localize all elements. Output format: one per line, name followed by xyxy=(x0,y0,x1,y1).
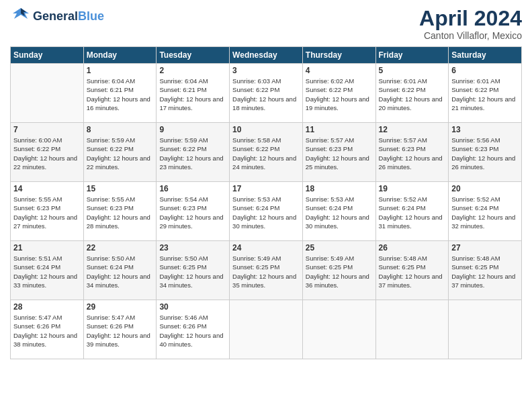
day-info: Sunrise: 5:58 AM Sunset: 6:22 PM Dayligh… xyxy=(232,136,300,171)
calendar-cell: 30 Sunrise: 5:46 AM Sunset: 6:26 PM Dayl… xyxy=(157,300,230,359)
day-info: Sunrise: 5:48 AM Sunset: 6:25 PM Dayligh… xyxy=(451,254,519,289)
day-number: 20 xyxy=(451,184,519,193)
header: GeneralBlue April 2024 Canton Villaflor,… xyxy=(10,7,522,41)
calendar-cell: 12 Sunrise: 5:57 AM Sunset: 6:23 PM Dayl… xyxy=(375,123,449,182)
col-friday: Friday xyxy=(375,47,449,64)
calendar-cell xyxy=(11,64,84,123)
day-info: Sunrise: 5:46 AM Sunset: 6:26 PM Dayligh… xyxy=(159,313,226,349)
day-info: Sunrise: 5:59 AM Sunset: 6:22 PM Dayligh… xyxy=(159,136,226,171)
calendar-cell: 5 Sunrise: 6:01 AM Sunset: 6:22 PM Dayli… xyxy=(375,64,449,123)
day-number: 24 xyxy=(232,243,300,253)
day-info: Sunrise: 5:52 AM Sunset: 6:24 PM Dayligh… xyxy=(379,195,446,230)
day-info: Sunrise: 6:00 AM Sunset: 6:22 PM Dayligh… xyxy=(13,136,81,171)
day-number: 15 xyxy=(87,184,154,193)
day-number: 19 xyxy=(379,184,446,193)
day-number: 26 xyxy=(379,243,446,253)
calendar-cell: 2 Sunrise: 6:04 AM Sunset: 6:21 PM Dayli… xyxy=(157,64,230,123)
day-number: 25 xyxy=(306,243,373,253)
day-number: 7 xyxy=(13,125,81,134)
calendar-cell xyxy=(230,300,303,359)
logo-text-blue: Blue xyxy=(78,9,104,23)
day-number: 10 xyxy=(232,125,300,134)
day-number: 16 xyxy=(159,184,226,193)
calendar-week-row: 1 Sunrise: 6:04 AM Sunset: 6:21 PM Dayli… xyxy=(11,64,522,123)
calendar-cell: 17 Sunrise: 5:53 AM Sunset: 6:24 PM Dayl… xyxy=(230,182,303,241)
day-number: 6 xyxy=(451,66,519,75)
day-number: 3 xyxy=(232,66,300,75)
day-info: Sunrise: 5:57 AM Sunset: 6:23 PM Dayligh… xyxy=(379,136,446,171)
title-block: April 2024 Canton Villaflor, Mexico xyxy=(419,7,522,41)
day-number: 27 xyxy=(451,243,519,253)
day-info: Sunrise: 6:01 AM Sunset: 6:22 PM Dayligh… xyxy=(379,77,446,112)
col-monday: Monday xyxy=(83,47,157,64)
day-info: Sunrise: 5:48 AM Sunset: 6:25 PM Dayligh… xyxy=(379,254,446,289)
day-number: 28 xyxy=(13,302,81,312)
calendar-cell: 21 Sunrise: 5:51 AM Sunset: 6:24 PM Dayl… xyxy=(11,241,84,300)
calendar-cell: 27 Sunrise: 5:48 AM Sunset: 6:25 PM Dayl… xyxy=(449,241,522,300)
col-saturday: Saturday xyxy=(449,47,522,64)
calendar-cell: 1 Sunrise: 6:04 AM Sunset: 6:21 PM Dayli… xyxy=(83,64,157,123)
day-number: 11 xyxy=(306,125,373,134)
day-info: Sunrise: 5:49 AM Sunset: 6:25 PM Dayligh… xyxy=(306,254,373,289)
location-subtitle: Canton Villaflor, Mexico xyxy=(419,30,522,41)
day-info: Sunrise: 6:03 AM Sunset: 6:22 PM Dayligh… xyxy=(232,77,300,112)
calendar-cell: 24 Sunrise: 5:49 AM Sunset: 6:25 PM Dayl… xyxy=(230,241,303,300)
day-number: 30 xyxy=(159,302,226,312)
day-info: Sunrise: 5:49 AM Sunset: 6:25 PM Dayligh… xyxy=(232,254,300,289)
day-info: Sunrise: 6:04 AM Sunset: 6:21 PM Dayligh… xyxy=(159,77,226,112)
calendar-cell: 16 Sunrise: 5:54 AM Sunset: 6:23 PM Dayl… xyxy=(157,182,230,241)
col-tuesday: Tuesday xyxy=(157,47,230,64)
calendar-cell: 10 Sunrise: 5:58 AM Sunset: 6:22 PM Dayl… xyxy=(230,123,303,182)
calendar-cell: 6 Sunrise: 6:01 AM Sunset: 6:22 PM Dayli… xyxy=(449,64,522,123)
calendar-cell: 29 Sunrise: 5:47 AM Sunset: 6:26 PM Dayl… xyxy=(83,300,157,359)
logo: GeneralBlue xyxy=(10,7,104,26)
col-wednesday: Wednesday xyxy=(230,47,303,64)
day-number: 22 xyxy=(87,243,154,253)
calendar-cell: 20 Sunrise: 5:52 AM Sunset: 6:24 PM Dayl… xyxy=(449,182,522,241)
calendar-cell: 19 Sunrise: 5:52 AM Sunset: 6:24 PM Dayl… xyxy=(375,182,449,241)
calendar-cell: 11 Sunrise: 5:57 AM Sunset: 6:23 PM Dayl… xyxy=(302,123,375,182)
day-info: Sunrise: 5:51 AM Sunset: 6:24 PM Dayligh… xyxy=(13,254,81,289)
logo-bird-icon xyxy=(10,7,32,26)
calendar-cell: 15 Sunrise: 5:55 AM Sunset: 6:23 PM Dayl… xyxy=(83,182,157,241)
day-info: Sunrise: 5:52 AM Sunset: 6:24 PM Dayligh… xyxy=(451,195,519,230)
day-info: Sunrise: 5:47 AM Sunset: 6:26 PM Dayligh… xyxy=(87,313,154,349)
calendar-cell xyxy=(302,300,375,359)
day-info: Sunrise: 5:57 AM Sunset: 6:23 PM Dayligh… xyxy=(306,136,373,171)
day-info: Sunrise: 5:50 AM Sunset: 6:25 PM Dayligh… xyxy=(159,254,226,289)
day-number: 4 xyxy=(306,66,373,75)
calendar-cell: 14 Sunrise: 5:55 AM Sunset: 6:23 PM Dayl… xyxy=(11,182,84,241)
calendar-page: GeneralBlue April 2024 Canton Villaflor,… xyxy=(0,0,532,411)
calendar-week-row: 14 Sunrise: 5:55 AM Sunset: 6:23 PM Dayl… xyxy=(11,182,522,241)
calendar-cell: 18 Sunrise: 5:53 AM Sunset: 6:24 PM Dayl… xyxy=(302,182,375,241)
day-number: 2 xyxy=(159,66,226,75)
day-number: 14 xyxy=(13,184,81,193)
day-number: 23 xyxy=(159,243,226,253)
day-number: 5 xyxy=(379,66,446,75)
col-thursday: Thursday xyxy=(302,47,375,64)
day-number: 21 xyxy=(13,243,81,253)
day-info: Sunrise: 5:55 AM Sunset: 6:23 PM Dayligh… xyxy=(13,195,81,230)
day-info: Sunrise: 5:50 AM Sunset: 6:24 PM Dayligh… xyxy=(87,254,154,289)
day-info: Sunrise: 6:02 AM Sunset: 6:22 PM Dayligh… xyxy=(306,77,373,112)
calendar-cell: 9 Sunrise: 5:59 AM Sunset: 6:22 PM Dayli… xyxy=(157,123,230,182)
day-info: Sunrise: 5:55 AM Sunset: 6:23 PM Dayligh… xyxy=(87,195,154,230)
calendar-table: Sunday Monday Tuesday Wednesday Thursday… xyxy=(10,46,522,359)
day-info: Sunrise: 5:47 AM Sunset: 6:26 PM Dayligh… xyxy=(13,313,81,349)
day-number: 12 xyxy=(379,125,446,134)
calendar-week-row: 21 Sunrise: 5:51 AM Sunset: 6:24 PM Dayl… xyxy=(11,241,522,300)
calendar-cell: 22 Sunrise: 5:50 AM Sunset: 6:24 PM Dayl… xyxy=(83,241,157,300)
calendar-cell: 8 Sunrise: 5:59 AM Sunset: 6:22 PM Dayli… xyxy=(83,123,157,182)
day-info: Sunrise: 5:59 AM Sunset: 6:22 PM Dayligh… xyxy=(87,136,154,171)
day-number: 18 xyxy=(306,184,373,193)
day-info: Sunrise: 5:53 AM Sunset: 6:24 PM Dayligh… xyxy=(232,195,300,230)
day-number: 29 xyxy=(87,302,154,312)
calendar-cell: 3 Sunrise: 6:03 AM Sunset: 6:22 PM Dayli… xyxy=(230,64,303,123)
calendar-cell xyxy=(375,300,449,359)
day-info: Sunrise: 6:01 AM Sunset: 6:22 PM Dayligh… xyxy=(451,77,519,112)
calendar-cell: 13 Sunrise: 5:56 AM Sunset: 6:23 PM Dayl… xyxy=(449,123,522,182)
day-info: Sunrise: 6:04 AM Sunset: 6:21 PM Dayligh… xyxy=(87,77,154,112)
day-info: Sunrise: 5:54 AM Sunset: 6:23 PM Dayligh… xyxy=(159,195,226,230)
day-info: Sunrise: 5:56 AM Sunset: 6:23 PM Dayligh… xyxy=(451,136,519,171)
calendar-week-row: 28 Sunrise: 5:47 AM Sunset: 6:26 PM Dayl… xyxy=(11,300,522,359)
